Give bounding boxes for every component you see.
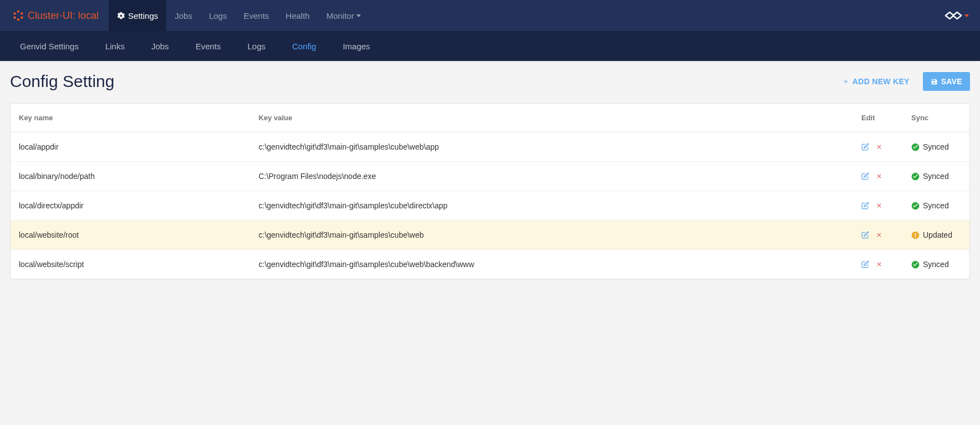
cell-key-value: C:\Program Files\nodejs\node.exe (251, 162, 854, 191)
subnav-item-label: Genvid Settings (20, 42, 79, 51)
subnav-jobs[interactable]: Jobs (138, 32, 182, 62)
sync-status-label: Synced (923, 172, 949, 181)
edit-icon[interactable] (861, 172, 869, 180)
main-container: Config Setting ADD NEW KEY SAVE Key name (0, 61, 980, 279)
cell-key-name: local/appdir (11, 132, 251, 162)
subnav-logs[interactable]: Logs (234, 32, 279, 62)
subnav-item-label: Events (196, 42, 221, 51)
subnav-genvid-settings[interactable]: Genvid Settings (7, 32, 92, 62)
cell-key-value: c:\genvidtech\git\df3\main-git\samples\c… (251, 191, 854, 221)
gear-icon (117, 12, 125, 20)
th-key-value: Key value (251, 104, 854, 132)
delete-icon[interactable] (876, 261, 882, 268)
cell-sync: Synced (903, 250, 969, 279)
nav-settings[interactable]: Settings (109, 0, 166, 31)
sync-status-label: Synced (923, 260, 949, 269)
top-nav-right (943, 9, 973, 22)
sub-nav: Genvid Settings Links Jobs Events Logs C… (0, 31, 980, 61)
cell-edit (853, 132, 903, 162)
button-label: ADD NEW KEY (853, 77, 910, 86)
nav-item-label: Monitor (326, 11, 354, 21)
cell-edit (853, 162, 903, 191)
delete-icon[interactable] (876, 173, 882, 180)
cell-sync: Synced (903, 191, 969, 221)
check-circle-icon (911, 172, 920, 181)
cell-sync: Updated (903, 221, 969, 250)
subnav-item-label: Logs (247, 42, 266, 51)
subnav-events[interactable]: Events (182, 32, 234, 62)
subnav-images[interactable]: Images (329, 32, 383, 62)
nav-item-label: Settings (128, 11, 158, 21)
top-nav: Cluster-UI: local Settings Jobs Logs Eve… (0, 0, 980, 31)
config-panel: Key name Key value Edit Sync local/appdi… (10, 103, 970, 279)
logo-icon[interactable] (943, 9, 963, 22)
svg-rect-10 (915, 233, 916, 235)
nav-health[interactable]: Health (277, 0, 318, 31)
svg-point-1 (21, 12, 23, 14)
nav-item-label: Health (285, 11, 309, 21)
delete-icon[interactable] (876, 202, 882, 209)
page-title: Config Setting (10, 72, 114, 91)
subnav-links[interactable]: Links (92, 32, 138, 62)
th-edit: Edit (853, 104, 903, 132)
save-icon (931, 78, 938, 85)
chevron-down-icon[interactable] (964, 14, 969, 17)
table-row: local/directx/appdirc:\genvidtech\git\df… (11, 191, 969, 221)
nav-logs[interactable]: Logs (201, 0, 236, 31)
svg-point-2 (21, 16, 23, 18)
table-row: local/website/rootc:\genvidtech\git\df3\… (11, 221, 969, 250)
cell-key-name: local/directx/appdir (11, 191, 251, 221)
nav-item-label: Logs (209, 11, 227, 21)
edit-icon[interactable] (861, 231, 869, 239)
subnav-item-label: Links (105, 42, 125, 51)
svg-point-0 (17, 10, 19, 12)
th-key-name: Key name (11, 104, 251, 132)
subnav-item-label: Jobs (151, 42, 169, 51)
cell-sync: Synced (903, 162, 969, 191)
sync-status-label: Updated (923, 231, 952, 239)
nav-item-label: Jobs (175, 11, 192, 21)
edit-icon[interactable] (861, 260, 869, 268)
cell-key-name: local/website/root (11, 221, 251, 250)
delete-icon[interactable] (876, 144, 882, 150)
subnav-item-label: Config (292, 42, 316, 51)
exclamation-circle-icon (911, 231, 920, 239)
check-circle-icon (911, 260, 920, 269)
subnav-item-label: Images (343, 42, 370, 51)
svg-point-3 (17, 18, 19, 21)
brand-icon (12, 9, 24, 22)
edit-icon[interactable] (861, 202, 869, 209)
add-new-key-button[interactable]: ADD NEW KEY (835, 72, 917, 91)
header-actions: ADD NEW KEY SAVE (835, 72, 970, 91)
table-row: local/website/scriptc:\genvidtech\git\df… (11, 250, 969, 279)
save-button[interactable]: SAVE (923, 72, 970, 91)
cell-edit (853, 250, 903, 279)
brand-label: Cluster-UI: local (28, 10, 99, 22)
plus-icon (843, 78, 849, 85)
th-sync: Sync (903, 104, 969, 132)
config-table: Key name Key value Edit Sync local/appdi… (11, 104, 969, 279)
nav-monitor[interactable]: Monitor (318, 0, 369, 31)
cell-edit (853, 191, 903, 221)
top-nav-items: Settings Jobs Logs Events Health Monitor (109, 0, 369, 31)
table-row: local/binary/node/pathC:\Program Files\n… (11, 162, 969, 191)
check-circle-icon (911, 202, 920, 210)
subnav-config[interactable]: Config (279, 32, 329, 62)
nav-events[interactable]: Events (235, 0, 277, 31)
table-header-row: Key name Key value Edit Sync (11, 104, 969, 132)
cell-key-name: local/website/script (11, 250, 251, 279)
sync-status-label: Synced (923, 142, 949, 151)
nav-item-label: Events (243, 11, 269, 21)
cell-edit (853, 221, 903, 250)
nav-jobs[interactable]: Jobs (166, 0, 201, 31)
brand[interactable]: Cluster-UI: local (7, 9, 104, 22)
edit-icon[interactable] (861, 143, 869, 151)
cell-key-value: c:\genvidtech\git\df3\main-git\samples\c… (251, 250, 854, 279)
button-label: SAVE (941, 77, 962, 86)
cell-key-value: c:\genvidtech\git\df3\main-git\samples\c… (251, 221, 854, 250)
sync-status-label: Synced (923, 201, 949, 210)
cell-key-value: c:\genvidtech\git\df3\main-git\samples\c… (251, 132, 854, 162)
svg-point-5 (13, 12, 16, 14)
check-circle-icon (911, 143, 920, 151)
delete-icon[interactable] (876, 232, 882, 238)
